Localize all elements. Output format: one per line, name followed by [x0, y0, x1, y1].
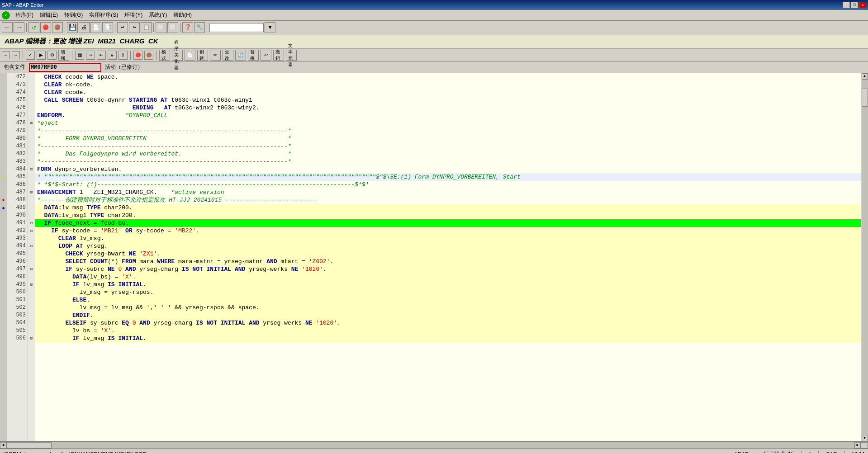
check-btn[interactable]: ✓ [26, 51, 35, 60]
code-line-486: * *$*$-Start: (1)-----------------------… [35, 181, 861, 189]
refresh-btn[interactable]: ↺ [28, 22, 39, 33]
status-left: \FORM dynpro_vorbereiten\ENHANCEMENT 1\I… [4, 451, 147, 453]
right-scrollbar[interactable]: ▲ ▼ [861, 73, 868, 441]
scroll-thumb[interactable] [862, 89, 868, 107]
expand-icon-503 [28, 311, 35, 319]
status-bar: \FORM dynpro_vorbereiten\ENHANCEMENT 1\I… [0, 448, 868, 453]
prettify-btn[interactable]: 程序美化器 [172, 50, 183, 61]
create-btn[interactable]: 创建 [197, 50, 208, 61]
save-btn[interactable]: 💾 [67, 22, 78, 33]
btn3[interactable]: 🟤 [52, 22, 63, 33]
scroll-up-btn[interactable]: ▲ [862, 73, 868, 80]
undo-btn[interactable]: ↩ [117, 22, 128, 33]
close-button[interactable]: ✕ [859, 2, 866, 8]
hscroll-track[interactable] [6, 442, 854, 448]
code-line-480: * FORM DYNPRO_VORBEREITEN * [35, 135, 861, 142]
help-btn[interactable]: ❓ [182, 22, 193, 33]
change-btn[interactable]: 更改 [223, 50, 233, 61]
expand-icon-487[interactable]: ⊟ [28, 189, 35, 196]
test-btn[interactable]: 🟤 [144, 51, 153, 60]
forward-btn[interactable]: → [14, 22, 24, 33]
back-btn[interactable]: ← [2, 22, 13, 33]
replace-btn[interactable]: 替换 [248, 50, 259, 61]
undo-btn2[interactable]: 撤销 [273, 50, 284, 61]
expand-icon-492[interactable]: ⊟ [28, 227, 35, 235]
corner-box [861, 442, 868, 448]
text-elem-btn[interactable]: 文本元素 [286, 50, 297, 61]
menu-goto[interactable]: 转到(G) [62, 10, 85, 20]
scroll-right-btn[interactable]: ► [854, 442, 861, 448]
enhance-btn[interactable]: 增强 [58, 50, 69, 61]
cut-btn[interactable]: ⬜ [167, 22, 178, 33]
menu-bar: ✓ 程序(P) 编辑(E) 转到(G) 实用程序(S) 环境(Y) 系统(Y) … [0, 10, 868, 21]
expand-icon-504 [28, 319, 35, 327]
gutter-row [0, 165, 7, 173]
copy-btn[interactable]: 📋 [141, 22, 152, 33]
editor-toolbar: ← → ✓ ▶ ⚙ 增强 ▦ ⇥ ⇤ # ℹ 🔴 🟤 模式 程序美化器 📄 创建… [0, 49, 868, 61]
code-line-498: DATA(lv_bs) = 'X'. [35, 273, 861, 281]
print-btn[interactable]: 🖨 [79, 22, 90, 33]
blocksel-btn[interactable]: ▦ [75, 51, 84, 60]
expand-icon-488 [28, 196, 35, 204]
code-line-474: CLEAR ccode. [35, 89, 861, 96]
comment-btn[interactable]: # [108, 51, 117, 60]
paste-btn[interactable]: ⬜ [156, 22, 166, 33]
dropdown-btn[interactable]: ▼ [265, 22, 275, 33]
scroll-left-btn[interactable]: ◄ [0, 442, 6, 448]
print2-btn[interactable]: 📄 [90, 22, 101, 33]
btn2[interactable]: 🔴 [40, 22, 51, 33]
expand-icon-491[interactable]: ⊟ [28, 219, 35, 227]
hscroll-thumb[interactable] [6, 442, 52, 448]
expand-icon-505 [28, 327, 35, 335]
info-btn[interactable]: ℹ [119, 51, 128, 60]
scroll-track[interactable] [862, 80, 868, 435]
expand-icon-484[interactable]: ⊟ [28, 165, 35, 173]
cust-btn[interactable]: 🔧 [194, 22, 205, 33]
bottom-scrollbar[interactable]: ◄ ► [0, 441, 868, 448]
menu-help[interactable]: 帮助(H) [171, 10, 194, 20]
expand-icon-477 [28, 112, 35, 119]
file-bar: 包含文件 活动（已修订） [0, 61, 868, 73]
expand-icon-494[interactable]: ⊟ [28, 242, 35, 250]
scroll-down-btn[interactable]: ▼ [862, 435, 868, 441]
activate-btn[interactable]: 🔴 [133, 51, 142, 60]
expand-icon-473 [28, 81, 35, 89]
run-btn[interactable]: ▶ [37, 51, 46, 60]
menu-edit[interactable]: 编辑(E) [37, 10, 61, 20]
maximize-button[interactable]: □ [851, 2, 858, 8]
mode-btn[interactable]: 模式 [159, 50, 170, 61]
code-line-499: IF lv_msg IS INITIAL. [35, 281, 861, 288]
debug-btn[interactable]: ⚙ [47, 51, 57, 60]
menu-program[interactable]: 程序(P) [13, 10, 36, 20]
nav-fwd[interactable]: → [12, 51, 20, 59]
expand-icon-498 [28, 273, 35, 281]
file-status: 活动（已修订） [105, 63, 143, 71]
code-line-484: FORM dynpro_vorbereiten. [35, 165, 861, 173]
code-line-482: * Das Folgedynpro wird vorbereitet. * [35, 150, 861, 158]
create-doc-icon: 📄 [185, 50, 195, 61]
sap-logo: ✓ [2, 11, 10, 19]
expand-icon-478[interactable]: ⊞ [28, 119, 35, 127]
unindent-btn[interactable]: ⇤ [97, 51, 106, 60]
code-line-506: IF lv_msg IS INITIAL. [35, 335, 861, 342]
command-input[interactable] [209, 23, 264, 32]
btn6[interactable]: 📑 [102, 22, 113, 33]
menu-environment[interactable]: 环境(Y) [122, 10, 145, 20]
expand-icon-499[interactable]: ⊟ [28, 281, 35, 288]
expand-icon-480 [28, 135, 35, 142]
file-input[interactable] [29, 63, 101, 72]
nav-back[interactable]: ← [2, 51, 10, 59]
code-content-area[interactable]: CHECK ccode NE space. CLEAR ok-code. CLE… [35, 73, 861, 441]
expand-icon-506[interactable]: ⊟ [28, 335, 35, 342]
indent-btn[interactable]: ⇥ [86, 51, 95, 60]
status-modified: * [809, 451, 811, 453]
code-line-488: *-------创建预留时对于标准件不允许指定批次 HT-JJJ 2024101… [35, 196, 861, 204]
menu-system[interactable]: 系统(Y) [146, 10, 170, 20]
status-lang: ABAP [734, 451, 749, 453]
menu-utilities[interactable]: 实用程序(S) [86, 10, 121, 20]
expand-icon-497[interactable]: ⊟ [28, 265, 35, 273]
minimize-button[interactable]: _ [843, 2, 850, 8]
gutter-row [0, 104, 7, 112]
editor-area: ➜ ● ◆ 472 473 474 475 476 477 478 479 48… [0, 73, 868, 441]
redo-btn[interactable]: ↪ [129, 22, 140, 33]
